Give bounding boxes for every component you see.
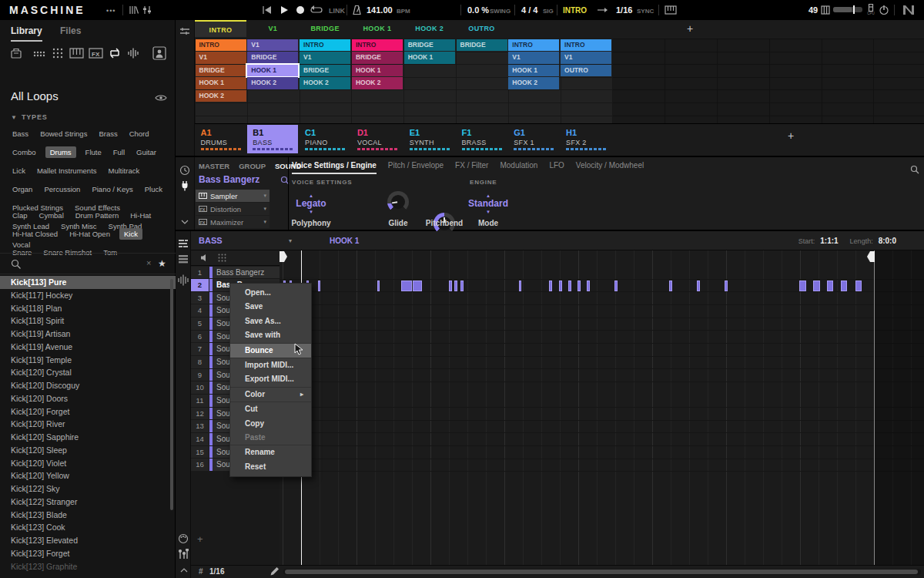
app-menu-icon[interactable]: ••• (106, 7, 116, 15)
plugin-slot-maximizer[interactable]: FXMaximizer▾ (196, 216, 270, 228)
time-signature-value[interactable]: 4 / 4 (521, 5, 537, 15)
focused-sound-name[interactable]: Bass Bangerz (199, 174, 259, 185)
pattern-cell-f-bridge[interactable]: BRIDGE (457, 39, 507, 52)
filter-loops-icon[interactable] (108, 48, 123, 59)
scene-tab-intro[interactable]: INTRO (195, 20, 246, 37)
subtype-tag-hi-hat-open[interactable]: Hi-Hat Open (67, 228, 112, 240)
pattern-cell-g-hook-1[interactable]: HOOK 1 (508, 65, 559, 77)
type-tag-drums[interactable]: Drums (45, 146, 76, 158)
loop-start-flag[interactable] (280, 251, 287, 262)
note-event[interactable] (587, 281, 590, 291)
menu-item-color[interactable]: Color▸ (230, 388, 311, 402)
browser-result-item[interactable]: Kick[120] Yellow (0, 469, 176, 482)
pattern-cell-c-hook-2[interactable]: HOOK 2 (300, 77, 350, 89)
select-up-caret[interactable]: ▴ (454, 193, 523, 198)
menu-item-rename[interactable]: Rename (230, 445, 311, 459)
param-knob-glide[interactable] (387, 191, 409, 213)
browser-result-item[interactable]: Kick[118] Plan (0, 302, 176, 315)
sound-number-10[interactable]: 10 (191, 381, 209, 395)
browser-result-item[interactable]: Kick[122] Stranger (0, 496, 176, 509)
type-tag-chord[interactable]: Chord (127, 128, 152, 139)
note-event[interactable] (449, 281, 452, 291)
param-select-mode[interactable]: ▴Standard▾ (454, 193, 523, 214)
pattern-cell-h-v1[interactable]: V1 (561, 52, 611, 64)
menu-item-reset[interactable]: Reset (230, 460, 311, 474)
pattern-cell-g-v1[interactable]: V1 (508, 52, 559, 64)
grid-setting-value[interactable]: 1/16 (209, 567, 224, 576)
pattern-cell-g-hook-2[interactable]: HOOK 2 (508, 77, 559, 89)
scrollbar-thumb[interactable] (285, 570, 918, 574)
pattern-end-flag[interactable] (867, 251, 875, 262)
sound-number-2[interactable]: 2 (191, 279, 209, 292)
search-bar[interactable]: × ★ (0, 253, 176, 274)
page-tab-voice-settings-engine[interactable]: Voice Settings / Engine (292, 161, 377, 174)
browser-result-item[interactable]: Kick[120] Forget (0, 405, 176, 418)
sound-number-7[interactable]: 7 (191, 343, 209, 356)
group-header-f1[interactable]: F1BRASS (457, 125, 507, 153)
loop-button[interactable] (310, 5, 323, 15)
note-event[interactable] (549, 281, 552, 291)
menu-item-save[interactable]: Save (230, 300, 311, 314)
note-event[interactable] (377, 281, 380, 291)
browser-result-item[interactable]: Kick[123] Graphite (0, 560, 176, 573)
group-header-g1[interactable]: G1SFX 1 (508, 125, 559, 153)
add-scene-button[interactable]: + (683, 22, 697, 36)
sound-number-3[interactable]: 3 (191, 292, 209, 305)
browser-result-item[interactable]: Kick[120] Doors (0, 392, 176, 405)
scene-tab-hook-2[interactable]: HOOK 2 (403, 20, 455, 37)
group-header-c1[interactable]: C1PIANO (300, 125, 350, 153)
browser-result-item[interactable]: Kick[120] Discoguy (0, 379, 176, 392)
subtype-tag-clap[interactable]: Clap (10, 210, 30, 221)
type-tag-combo[interactable]: Combo (10, 146, 38, 158)
filter-instruments-icon[interactable] (69, 48, 85, 59)
pattern-cell-d-hook-2[interactable]: HOOK 2 (352, 77, 403, 89)
focus-tab-master[interactable]: MASTER (199, 162, 229, 170)
arrange-view-icon[interactable] (178, 239, 189, 248)
master-volume-meter[interactable] (833, 7, 862, 12)
eye-filter-icon[interactable] (155, 93, 167, 102)
scene-tab-hook-1[interactable]: HOOK 1 (351, 20, 403, 37)
note-event[interactable] (318, 281, 320, 291)
bpm-value[interactable]: 141.00 (367, 5, 393, 15)
filter-fx-icon[interactable]: FX (89, 48, 104, 59)
play-button[interactable] (279, 5, 289, 15)
sound-number-6[interactable]: 6 (191, 331, 209, 344)
clip-view-icon[interactable] (178, 254, 189, 264)
pattern-cell-a-hook-2[interactable]: HOOK 2 (196, 90, 246, 102)
browser-result-item[interactable]: Kick[119] Avenue (0, 341, 176, 354)
group-header-a1[interactable]: A1DRUMS (196, 125, 246, 153)
restart-button[interactable] (262, 5, 272, 15)
pattern-cell-e-hook-1[interactable]: HOOK 1 (404, 52, 455, 64)
record-button[interactable] (296, 5, 305, 15)
pattern-cell-b-hook-1[interactable]: HOOK 1 (247, 65, 298, 77)
note-event[interactable] (578, 281, 581, 291)
arranger-settings-icon[interactable] (179, 26, 190, 37)
select-value[interactable]: Standard (454, 198, 523, 209)
search-clear-icon[interactable]: × (146, 258, 151, 267)
type-tag-percussion[interactable]: Percussion (42, 183, 82, 195)
plugin-slot-caret[interactable]: ▾ (263, 206, 266, 212)
scene-tab-outro[interactable]: OUTRO (456, 20, 507, 37)
note-event[interactable] (813, 281, 820, 291)
type-tag-guitar[interactable]: Guitar (134, 146, 159, 158)
plugin-slot-caret[interactable]: ▾ (263, 193, 266, 199)
group-header-b1[interactable]: B1BASS (247, 125, 298, 153)
metronome-icon[interactable] (352, 5, 362, 15)
group-selector[interactable]: BASS (199, 236, 223, 245)
page-tab-pitch-envelope[interactable]: Pitch / Envelope (388, 161, 444, 174)
sound-number-12[interactable]: 12 (191, 408, 209, 421)
pattern-cell-a-bridge[interactable]: BRIDGE (196, 65, 246, 77)
sound-number-5[interactable]: 5 (191, 318, 209, 331)
note-event[interactable] (454, 281, 457, 291)
pad-mode-icon[interactable] (217, 253, 227, 263)
pattern-cell-c-bridge[interactable]: BRIDGE (300, 65, 350, 77)
scene-tab-bridge[interactable]: BRIDGE (300, 20, 351, 37)
page-tab-lfo[interactable]: LFO (549, 161, 564, 174)
note-event[interactable] (460, 281, 464, 291)
type-tag-bowed-strings[interactable]: Bowed Strings (38, 128, 89, 139)
menu-item-copy[interactable]: Copy (230, 417, 311, 431)
group-selector-caret[interactable]: ▾ (289, 237, 292, 244)
expand-chevron-icon[interactable] (179, 567, 189, 573)
filter-sounds-icon[interactable] (51, 46, 65, 60)
browser-result-item[interactable]: Kick[120] Violet (0, 457, 176, 470)
